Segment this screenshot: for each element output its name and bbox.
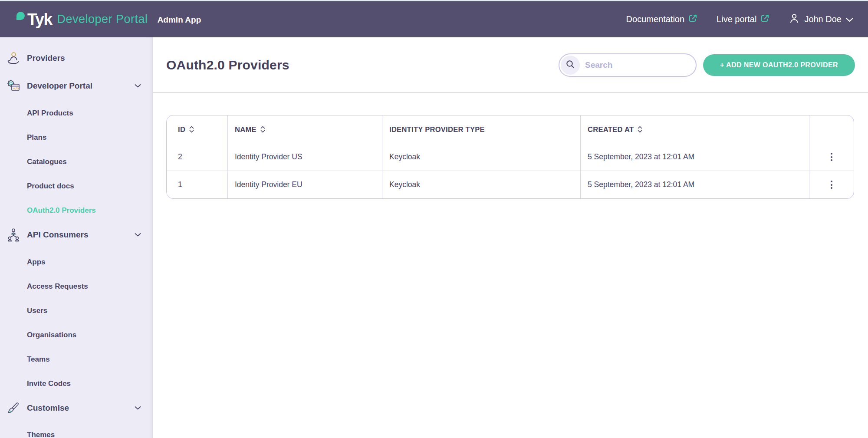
column-header-actions (809, 115, 854, 143)
page-header-actions: + ADD NEW OAUTH2.0 PROVIDER (559, 53, 855, 77)
cell-created-at: 5 September, 2023 at 12:01 AM (581, 143, 809, 171)
brand-logo[interactable]: Tyk Developer Portal Admin App (16, 10, 201, 29)
sidebar-item-label: API Consumers (27, 230, 88, 240)
cell-id: 2 (167, 143, 228, 171)
sidebar-item-developer-portal[interactable]: </> Developer Portal (0, 74, 152, 98)
live-portal-link-label: Live portal (717, 14, 756, 24)
documentation-link-label: Documentation (626, 14, 685, 24)
table-header: ID NAME (167, 115, 854, 143)
sidebar-item-label: Customise (27, 403, 69, 413)
sidebar-item-users[interactable]: Users (0, 299, 152, 323)
sidebar-item-label: Users (27, 306, 47, 315)
cell-actions (809, 171, 854, 198)
cell-identity-provider-type: Keycloak (382, 143, 581, 171)
main-content: OAuth2.0 Providers (153, 37, 868, 438)
column-header-id[interactable]: ID (167, 115, 228, 143)
page-title: OAuth2.0 Providers (166, 58, 289, 72)
table-row: 2 Identity Provider US Keycloak 5 Septem… (167, 143, 854, 171)
user-name: John Doe (804, 14, 842, 24)
sidebar-item-label: Plans (27, 133, 46, 142)
sidebar-item-catalogues[interactable]: Catalogues (0, 150, 152, 174)
add-new-oauth2-provider-button[interactable]: + ADD NEW OAUTH2.0 PROVIDER (703, 54, 855, 76)
brand-product-label: Developer Portal (57, 13, 148, 26)
user-menu[interactable]: John Doe (789, 13, 853, 26)
customise-icon (6, 401, 21, 415)
sidebar-item-label: Product docs (27, 182, 74, 191)
search-icon-circle (561, 56, 580, 75)
column-header-created-at[interactable]: CREATED AT (581, 115, 809, 143)
sidebar-item-label: Apps (27, 258, 46, 267)
search-input[interactable] (585, 60, 685, 70)
cell-actions (809, 143, 854, 171)
sidebar-item-themes[interactable]: Themes (0, 423, 152, 438)
providers-icon (6, 51, 21, 66)
app-shell: Providers </> Developer Portal (0, 37, 868, 438)
svg-text:</>: </> (13, 86, 20, 90)
sidebar-item-invite-codes[interactable]: Invite Codes (0, 372, 152, 396)
admin-app-label: Admin App (158, 15, 201, 25)
column-header-name[interactable]: NAME (228, 115, 382, 143)
cell-name: Identity Provider EU (228, 171, 382, 198)
sidebar-item-providers[interactable]: Providers (0, 46, 152, 70)
page-header: OAuth2.0 Providers (153, 37, 868, 92)
sidebar: Providers </> Developer Portal (0, 37, 153, 438)
sidebar-item-organisations[interactable]: Organisations (0, 323, 152, 347)
developer-portal-icon: </> (6, 79, 21, 93)
sidebar-item-teams[interactable]: Teams (0, 347, 152, 372)
column-header-identity-provider-type: IDENTITY PROVIDER TYPE (382, 115, 581, 143)
sidebar-item-label: Access Requests (27, 282, 88, 291)
cell-name: Identity Provider US (228, 143, 382, 171)
sidebar-item-label: Providers (27, 53, 65, 63)
sidebar-item-api-consumers[interactable]: API Consumers (0, 223, 152, 247)
cell-id: 1 (167, 171, 228, 198)
sidebar-item-label: Developer Portal (27, 81, 92, 91)
chevron-down-icon[interactable] (135, 233, 141, 237)
search-field[interactable] (559, 53, 697, 77)
chevron-down-icon (846, 14, 853, 24)
sidebar-item-label: Teams (27, 355, 50, 364)
sidebar-item-customise[interactable]: Customise (0, 396, 152, 420)
table-row: 1 Identity Provider EU Keycloak 5 Septem… (167, 171, 854, 198)
sidebar-item-label: OAuth2.0 Providers (27, 206, 96, 215)
sidebar-item-apps[interactable]: Apps (0, 250, 152, 274)
kebab-menu-icon[interactable] (823, 176, 840, 194)
sidebar-item-plans[interactable]: Plans (0, 125, 152, 150)
sidebar-item-label: Organisations (27, 331, 76, 339)
table-body: 2 Identity Provider US Keycloak 5 Septem… (167, 143, 854, 198)
topbar: Tyk Developer Portal Admin App Documenta… (0, 1, 868, 37)
topbar-actions: Documentation Live portal (626, 13, 853, 26)
api-consumers-icon (6, 227, 21, 242)
sidebar-item-label: Catalogues (27, 158, 67, 166)
external-link-icon (760, 14, 769, 25)
sidebar-item-label: Themes (27, 431, 55, 438)
cell-created-at: 5 September, 2023 at 12:01 AM (581, 171, 809, 198)
sort-icon[interactable] (189, 126, 194, 133)
sidebar-item-label: API Products (27, 109, 73, 118)
chevron-down-icon[interactable] (135, 406, 141, 410)
brand-name: Tyk (27, 10, 52, 29)
sort-icon[interactable] (638, 126, 642, 133)
sort-icon[interactable] (260, 126, 265, 133)
tyk-leaf-icon (16, 12, 25, 20)
search-icon (565, 59, 575, 71)
providers-table: ID NAME (166, 115, 854, 199)
external-link-icon (688, 14, 697, 25)
cell-identity-provider-type: Keycloak (382, 171, 581, 198)
chevron-down-icon[interactable] (135, 84, 141, 88)
table-header-row: ID NAME (167, 115, 854, 143)
sidebar-item-api-products[interactable]: API Products (0, 101, 152, 125)
sidebar-item-access-requests[interactable]: Access Requests (0, 274, 152, 299)
user-icon (789, 13, 800, 26)
live-portal-link[interactable]: Live portal (717, 14, 769, 25)
kebab-menu-icon[interactable] (823, 148, 840, 166)
documentation-link[interactable]: Documentation (626, 14, 698, 25)
header-divider (153, 92, 868, 93)
sidebar-item-oauth2-providers[interactable]: OAuth2.0 Providers (0, 198, 152, 223)
sidebar-item-label: Invite Codes (27, 379, 71, 388)
sidebar-item-product-docs[interactable]: Product docs (0, 174, 152, 198)
tyk-admin-app: Tyk Developer Portal Admin App Documenta… (0, 0, 868, 438)
